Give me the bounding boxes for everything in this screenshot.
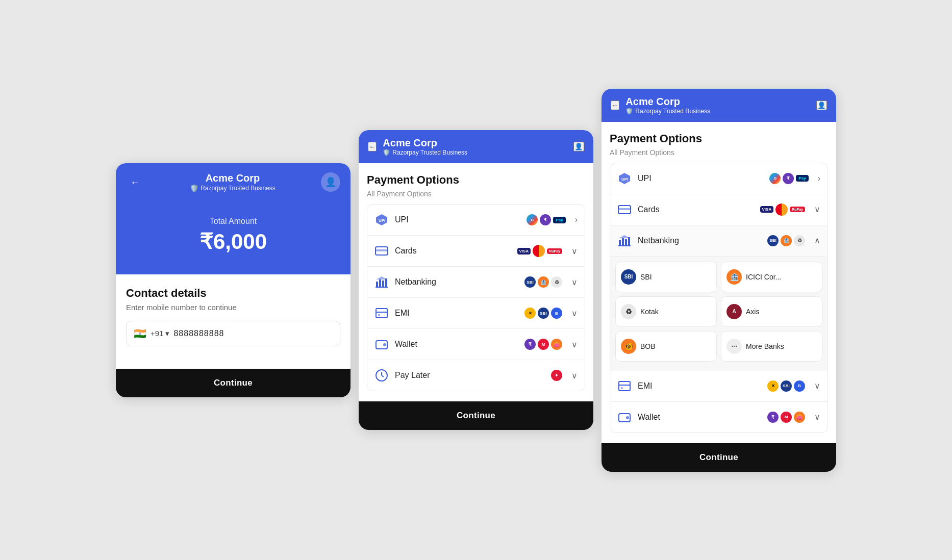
profile-button-2[interactable]: 👤 — [573, 142, 584, 151]
icici-label: ICICI Cor... — [746, 273, 781, 281]
wallet-icon-3 — [617, 410, 632, 424]
wallet-label-3: Wallet — [638, 413, 761, 422]
svg-rect-11 — [376, 312, 387, 313]
profile-button-3[interactable]: 👤 — [816, 100, 827, 110]
section-label-2: All Payment Options — [367, 190, 585, 198]
bank-icici[interactable]: 🏦 ICICI Cor... — [721, 262, 822, 292]
wallet-chevron-3: ∨ — [814, 412, 820, 422]
netbanking-icon-2 — [374, 275, 389, 289]
cards-logos-3: VISA RuPay — [760, 203, 805, 216]
option-cards-3[interactable]: Cards VISA RuPay ∨ — [610, 194, 828, 225]
option-netbanking-2[interactable]: Netbanking SBI 🏦 ♻ ∨ — [367, 267, 585, 298]
svg-rect-24 — [625, 239, 627, 245]
amount-display: ₹6,000 — [126, 229, 340, 254]
option-emi-3[interactable]: EMI ✕ SBI B ∨ — [610, 371, 828, 402]
company-name-1: Acme Corp — [144, 172, 321, 184]
more-banks-icon: ··· — [726, 339, 742, 354]
svg-rect-22 — [619, 240, 621, 245]
option-emi-2[interactable]: EMI ✕ SBI B ∨ — [367, 298, 585, 329]
option-wallet-3[interactable]: Wallet ₹ M 👛 ∨ — [610, 402, 828, 432]
emi-chevron-2: ∨ — [571, 309, 578, 318]
cards-icon-3 — [617, 202, 632, 217]
profile-icon-2: 👤 — [574, 143, 583, 150]
continue-button-3[interactable]: Continue — [602, 443, 836, 472]
panel3-header-text: Acme Corp 🛡️ Razorpay Trusted Business — [625, 96, 810, 115]
netbanking-label-2: Netbanking — [395, 277, 518, 287]
icici-bank-icon: 🏦 — [726, 269, 742, 285]
shield-icon-2: 🛡️ — [383, 149, 390, 156]
upi-chevron-2: › — [575, 215, 578, 224]
panel2-header-text: Acme Corp 🛡️ Razorpay Trusted Business — [383, 137, 567, 156]
option-netbanking-3[interactable]: Netbanking SBI 🏦 ♻ ∧ — [610, 225, 828, 257]
chevron-down-icon: ▾ — [165, 329, 169, 338]
cards-chevron-2: ∨ — [571, 246, 578, 256]
panel-1: ← Acme Corp 🛡️ Razorpay Trusted Business… — [116, 163, 350, 397]
svg-rect-8 — [375, 287, 388, 288]
panel-2: ← Acme Corp 🛡️ Razorpay Trusted Business… — [359, 130, 593, 430]
bank-more[interactable]: ··· More Banks — [721, 331, 822, 362]
svg-rect-26 — [618, 245, 631, 246]
upi-logos-3: G ₹ Pay — [769, 173, 808, 184]
cards-label-2: Cards — [395, 246, 511, 256]
emi-label-3: EMI — [638, 381, 761, 391]
netbanking-expanded: SBI SBI 🏦 ICICI Cor... ♻ Kotak A Axis — [610, 257, 828, 371]
option-upi-3[interactable]: UPI UPI G ₹ Pay › — [610, 163, 828, 194]
panel3-header: ← Acme Corp 🛡️ Razorpay Trusted Business… — [602, 89, 836, 122]
bob-bank-icon: 🐠 — [621, 339, 636, 354]
svg-marker-9 — [376, 276, 387, 279]
option-wallet-2[interactable]: Wallet ₹ M 👛 ∨ — [367, 329, 585, 360]
flag-icon: 🇮🇳 — [134, 327, 146, 340]
svg-text:UPI: UPI — [621, 177, 628, 182]
emi-icon-2 — [374, 306, 389, 320]
bank-grid: SBI SBI 🏦 ICICI Cor... ♻ Kotak A Axis — [615, 262, 822, 362]
wallet-label-2: Wallet — [395, 340, 518, 349]
kotak-label: Kotak — [640, 308, 659, 316]
paylater-label-2: Pay Later — [395, 371, 545, 380]
phone-code[interactable]: +91 ▾ — [151, 329, 169, 338]
option-cards-2[interactable]: Cards VISA RuPay ∨ — [367, 236, 585, 267]
netbanking-logos-3: SBI 🏦 ♻ — [767, 235, 805, 246]
bob-label: BOB — [640, 342, 656, 350]
svg-rect-3 — [375, 249, 388, 251]
bank-kotak[interactable]: ♻ Kotak — [615, 296, 717, 327]
back-button-2[interactable]: ← — [368, 142, 377, 151]
trusted-badge-3: 🛡️ Razorpay Trusted Business — [625, 108, 810, 115]
svg-marker-27 — [619, 235, 630, 238]
cards-logos-2: VISA RuPay — [517, 245, 562, 257]
bank-sbi[interactable]: SBI SBI — [615, 262, 717, 292]
payment-heading-3: Payment Options — [610, 132, 828, 145]
bank-axis[interactable]: A Axis — [721, 296, 822, 327]
wallet-icon-2 — [374, 337, 389, 351]
svg-rect-28 — [619, 381, 630, 391]
back-button-1[interactable]: ← — [126, 174, 144, 190]
panel2-header: ← Acme Corp 🛡️ Razorpay Trusted Business… — [359, 130, 593, 163]
back-button-3[interactable]: ← — [611, 100, 619, 110]
svg-text:UPI: UPI — [379, 218, 385, 223]
upi-label-2: UPI — [395, 215, 520, 224]
emi-icon-3 — [617, 379, 632, 393]
contact-subtitle: Enter mobile number to continue — [126, 303, 340, 312]
option-paylater-2[interactable]: Pay Later ✦ ∨ — [367, 360, 585, 391]
phone-number[interactable]: 8888888888 — [173, 329, 224, 338]
svg-line-17 — [382, 375, 384, 377]
axis-label: Axis — [746, 308, 759, 316]
upi-chevron-3: › — [818, 174, 820, 183]
svg-rect-30 — [621, 387, 623, 389]
wallet-logos-3: ₹ M 👛 — [767, 412, 805, 423]
emi-label-2: EMI — [395, 309, 518, 318]
cards-icon-2 — [374, 244, 389, 258]
profile-icon-1: 👤 — [325, 176, 336, 188]
svg-rect-23 — [622, 238, 624, 245]
payment-heading-2: Payment Options — [367, 173, 585, 187]
continue-button-2[interactable]: Continue — [359, 401, 593, 430]
svg-rect-6 — [382, 281, 384, 287]
continue-button-1[interactable]: Continue — [116, 369, 350, 397]
panel1-title-area: Acme Corp 🛡️ Razorpay Trusted Business — [144, 172, 321, 192]
option-upi-2[interactable]: UPI UPI G ₹ Pay › — [367, 205, 585, 236]
profile-button-1[interactable]: 👤 — [321, 172, 340, 192]
contact-heading: Contact details — [126, 287, 340, 300]
phone-input-row[interactable]: 🇮🇳 +91 ▾ 8888888888 — [126, 321, 340, 346]
total-amount-label: Total Amount — [126, 217, 340, 226]
bank-bob[interactable]: 🐠 BOB — [615, 331, 717, 362]
panel-3: ← Acme Corp 🛡️ Razorpay Trusted Business… — [602, 89, 836, 472]
